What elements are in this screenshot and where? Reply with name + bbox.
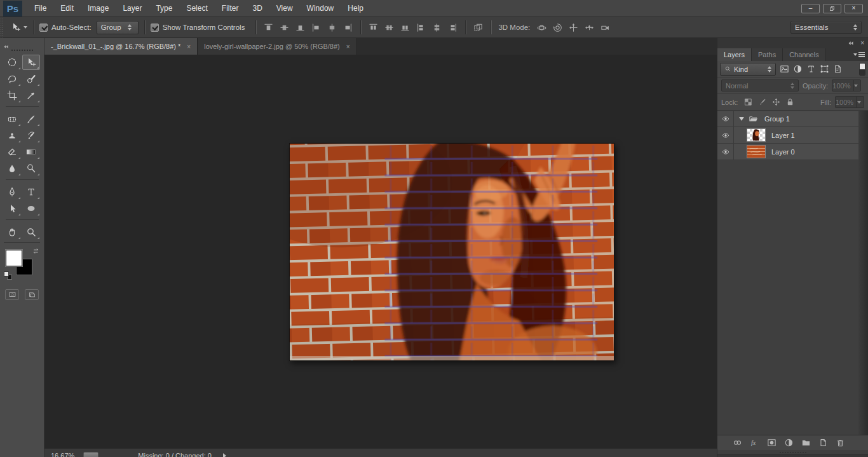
move-tool[interactable] [22,55,40,70]
menu-item-3d[interactable]: 3D [245,0,269,17]
options-bar-grip[interactable] [0,17,4,38]
auto-select-target-dropdown[interactable]: Group [97,21,139,34]
delete-layer-button[interactable] [834,437,846,449]
filter-type-layers-button[interactable] [805,63,817,76]
menu-item-edit[interactable]: Edit [53,0,81,17]
lock-transparent-pixels-button[interactable] [743,97,754,108]
filter-adjustment-layers-button[interactable] [792,63,804,76]
close-panel-icon[interactable]: × [860,40,864,46]
elliptical-marquee-tool[interactable] [3,55,21,70]
align-right-edges-button[interactable] [341,21,355,34]
3d-slide-camera-button[interactable] [583,21,596,34]
align-top-edges-button[interactable] [262,21,275,34]
tab-lovely-girl-document[interactable]: lovely-girl-wallpaper-2.jpg @ 50% (RGB/8… [198,38,356,55]
eyedropper-tool[interactable] [22,88,40,103]
auto-align-layers-button[interactable] [471,21,485,34]
type-tool[interactable] [22,184,40,200]
distribute-horizontal-centers-button[interactable] [430,21,444,34]
new-adjustment-layer-button[interactable] [783,437,794,449]
restore-button[interactable] [823,4,841,13]
menu-item-help[interactable]: Help [341,0,370,17]
canvas-area[interactable] [44,55,717,448]
menu-item-image[interactable]: Image [81,0,116,17]
layer-visibility-toggle[interactable] [717,111,734,126]
distribute-bottom-edges-button[interactable] [398,21,412,34]
new-layer-button[interactable] [817,437,829,449]
layer-row-group-1[interactable]: Group 1 [717,111,868,127]
fill-field[interactable]: 100% [835,96,864,108]
crop-tool[interactable] [3,88,21,103]
align-horizontal-centers-button[interactable] [325,21,339,34]
distribute-top-edges-button[interactable] [367,21,380,34]
3d-rotate-camera-button[interactable] [535,21,548,34]
3d-zoom-camera-button[interactable] [599,21,612,34]
layer-row-layer-1[interactable]: Layer 1 [717,127,868,144]
menu-item-layer[interactable]: Layer [116,0,149,17]
layer-visibility-toggle[interactable] [717,144,734,160]
blend-mode-dropdown[interactable]: Normal [721,79,799,92]
3d-pan-camera-button[interactable] [567,21,580,34]
layer-row-layer-0[interactable]: Layer 0 [717,144,868,160]
eraser-tool[interactable] [3,144,21,160]
quick-selection-tool[interactable] [22,71,40,86]
menu-item-type[interactable]: Type [149,0,179,17]
layer-filtering-toggle[interactable] [859,63,865,76]
quick-mask-button[interactable] [5,289,19,300]
default-colors-icon[interactable] [4,271,13,280]
tab-brickwall-document[interactable]: -_Brickwall_01_-.jpg @ 16.7% (RGB/8#) * … [44,38,198,55]
panel-resize-handle[interactable] [717,450,868,454]
layer-thumbnail-brick[interactable] [747,145,766,158]
history-brush-tool[interactable] [22,128,40,143]
tab-channels[interactable]: Channels [783,48,825,61]
zoom-tool[interactable] [22,224,40,240]
dodge-tool[interactable] [22,161,40,176]
swap-colors-icon[interactable] [32,246,40,257]
collapse-toolbar-icon[interactable] [3,41,9,52]
open-document-image[interactable] [289,143,614,361]
workspace-dropdown[interactable]: Essentials [790,21,862,34]
blur-tool[interactable] [3,161,21,176]
spot-healing-brush-tool[interactable] [3,111,21,126]
show-transform-controls-checkbox[interactable] [151,24,159,32]
close-icon[interactable]: × [346,43,350,50]
current-tool-dropdown[interactable] [11,22,27,32]
ellipse-tool[interactable] [22,201,40,216]
status-chip-icon[interactable] [83,452,98,457]
lock-position-button[interactable] [771,97,782,108]
distribute-left-edges-button[interactable] [414,21,428,34]
pen-tool[interactable] [3,184,21,200]
distribute-right-edges-button[interactable] [446,21,459,34]
tab-paths[interactable]: Paths [752,48,783,61]
filter-smart-objects-button[interactable] [832,63,844,76]
tab-layers[interactable]: Layers [717,48,752,61]
close-button[interactable]: × [844,4,863,13]
close-icon[interactable]: × [187,43,191,50]
toolbar-drag-handle[interactable] [11,49,34,51]
menu-item-view[interactable]: View [269,0,300,17]
filter-shape-layers-button[interactable] [818,63,831,76]
foreground-color-swatch[interactable] [6,250,22,266]
layer-visibility-toggle[interactable] [717,127,734,143]
opacity-field[interactable]: 100% [832,79,861,92]
new-group-button[interactable] [800,437,811,449]
hand-tool[interactable] [3,224,21,240]
status-menu-arrow-icon[interactable] [223,453,226,457]
menu-item-window[interactable]: Window [300,0,341,17]
layer-thumbnail-girl[interactable] [747,128,766,142]
zoom-level[interactable]: 16.67% [51,452,74,457]
lock-all-button[interactable] [785,97,796,108]
gradient-tool[interactable] [22,144,40,160]
layer-filter-kind-dropdown[interactable]: Kind [720,63,776,76]
lasso-tool[interactable] [3,71,21,86]
lock-image-pixels-button[interactable] [757,97,768,108]
path-selection-tool[interactable] [3,201,21,216]
menu-item-filter[interactable]: Filter [215,0,246,17]
brush-tool[interactable] [22,111,40,126]
menu-item-select[interactable]: Select [179,0,214,17]
distribute-vertical-centers-button[interactable] [383,21,396,34]
auto-select-checkbox[interactable] [39,24,48,32]
align-vertical-centers-button[interactable] [278,21,291,34]
3d-roll-camera-button[interactable] [551,21,564,34]
add-layer-mask-button[interactable] [766,437,777,449]
screen-mode-button[interactable] [25,289,39,300]
